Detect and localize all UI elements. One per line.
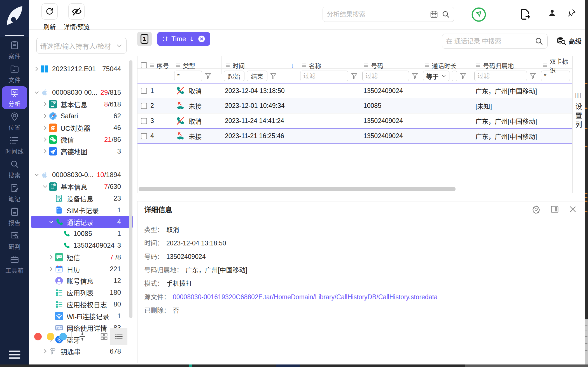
source-file-link[interactable]: 00008030-001619320C68802E.tar/HomeDomain… bbox=[173, 293, 438, 301]
grid-view-icon[interactable] bbox=[98, 330, 110, 343]
row-checkbox[interactable] bbox=[141, 118, 147, 124]
tree-item-应用列表[interactable]: 应用列表180 bbox=[31, 287, 133, 298]
row-checkbox[interactable] bbox=[141, 133, 147, 139]
chevron-down-icon[interactable] bbox=[33, 172, 40, 178]
column-header-双卡标识[interactable]: 双卡标识 bbox=[539, 56, 572, 74]
table-row-3[interactable]: 3取消2023-11-24 14:41:2413502409024广东，广州[中… bbox=[137, 113, 572, 129]
chevron-right-icon[interactable] bbox=[41, 136, 49, 143]
search-icon[interactable] bbox=[442, 10, 450, 18]
nav-item-analysis[interactable]: 分析 bbox=[0, 86, 29, 110]
tree-item-Wi-Fi连接记录[interactable]: Wi-Fi连接记录1 bbox=[31, 310, 133, 322]
chevron-down-icon[interactable] bbox=[33, 89, 40, 96]
tree-item-13502409024[interactable]: 135024090243 bbox=[31, 240, 133, 251]
detail-settings-icon[interactable] bbox=[532, 205, 541, 214]
chevron-right-icon[interactable] bbox=[41, 348, 49, 354]
table-row-2[interactable]: 2未接2023-12-01 10:49:3410085[未知] bbox=[137, 98, 572, 113]
tree-item-短信[interactable]: 短信7 /8 bbox=[31, 251, 133, 263]
table-search-icon[interactable] bbox=[535, 37, 543, 46]
advanced-search-button[interactable]: 高级 bbox=[557, 36, 582, 46]
preview-toggle-button[interactable] bbox=[68, 3, 85, 20]
tree-item-00008030-0...[interactable]: 00008030-0...10/1894 bbox=[31, 169, 133, 181]
collapse-all-icon[interactable] bbox=[76, 330, 88, 343]
user-account-icon[interactable] bbox=[548, 8, 557, 17]
detail-close-icon[interactable] bbox=[569, 205, 577, 213]
tree-item-20231212.E01[interactable]: 20231212.E0175044 bbox=[31, 63, 133, 75]
nav-item-toolbox[interactable]: 工具箱 bbox=[0, 252, 29, 276]
nav-item-search[interactable]: 搜索 bbox=[0, 157, 29, 181]
tree-item-钥匙串[interactable]: 钥匙串678 bbox=[31, 345, 133, 357]
remove-sort-icon[interactable] bbox=[198, 35, 206, 43]
table-search-input[interactable] bbox=[446, 38, 535, 45]
tree-item-通话记录[interactable]: 通话记录4 bbox=[31, 216, 133, 228]
tree-item-Safari[interactable]: Safari62 bbox=[31, 110, 133, 122]
chevron-right-icon[interactable] bbox=[48, 254, 55, 260]
chevron-right-icon[interactable] bbox=[41, 125, 49, 131]
column-header-类型[interactable]: 类型 bbox=[172, 56, 221, 74]
refresh-button[interactable] bbox=[41, 3, 58, 20]
column-header-号码[interactable]: 号码 bbox=[360, 56, 421, 74]
row-checkbox[interactable] bbox=[141, 88, 147, 94]
tree-item-基本信息[interactable]: 基本信息8/618 bbox=[31, 98, 133, 110]
tree-item-高德地图[interactable]: 高德地图3 bbox=[31, 145, 133, 157]
red-dot-filter[interactable] bbox=[34, 333, 42, 340]
select-all-checkbox[interactable] bbox=[141, 62, 147, 68]
calendar-icon[interactable] bbox=[430, 10, 438, 18]
column-header-号码归属地[interactable]: 号码归属地 bbox=[472, 56, 539, 74]
tree-item-00008030-00...[interactable]: 00008030-00...29/815 bbox=[31, 87, 133, 98]
nav-item-case[interactable]: 案件 bbox=[0, 38, 29, 62]
chevron-down-icon[interactable] bbox=[41, 183, 49, 190]
column-settings-strip[interactable]: |||| 设置列 bbox=[572, 56, 584, 193]
holder-select[interactable]: 请选择/输入持有人/检材 bbox=[36, 38, 127, 54]
chevron-right-icon[interactable] bbox=[41, 101, 49, 107]
table-row-1[interactable]: 1取消2023-12-04 13:18:5013502409024广东，广州[中… bbox=[137, 83, 572, 98]
blue-dot-filter[interactable] bbox=[59, 333, 67, 340]
sort-desc-indicator-icon[interactable]: ↓ bbox=[291, 61, 294, 69]
table-row-4[interactable]: 4未接2023-11-21 16:25:4613502409024广东，广州[中… bbox=[137, 129, 572, 144]
tree-item-应用授权日志[interactable]: 应用授权日志80 bbox=[31, 298, 133, 310]
row-checkbox[interactable] bbox=[141, 103, 147, 109]
pin-icon[interactable] bbox=[567, 8, 576, 17]
hamburger-menu-icon[interactable] bbox=[8, 350, 21, 360]
horizontal-scrollbar-thumb[interactable] bbox=[139, 187, 456, 191]
chevron-right-icon[interactable] bbox=[41, 113, 49, 119]
table-body: 1取消2023-12-04 13:18:5013502409024广东，广州[中… bbox=[137, 83, 572, 144]
chevron-down-icon[interactable] bbox=[48, 219, 55, 225]
chevron-right-icon[interactable] bbox=[41, 148, 49, 154]
nav-item-location[interactable]: 位置 bbox=[0, 110, 29, 133]
call-type-label: 取消 bbox=[189, 116, 202, 126]
result-set-badge[interactable]: 1 bbox=[137, 32, 152, 46]
nav-item-timeline[interactable]: 时间线 bbox=[0, 133, 29, 157]
export-icon[interactable] bbox=[519, 8, 531, 21]
column-drag-icon bbox=[302, 63, 307, 68]
chevron-right-icon[interactable] bbox=[48, 266, 55, 272]
tree-item-设备信息[interactable]: 设备信息23 bbox=[31, 192, 133, 204]
chevron-right-icon[interactable] bbox=[33, 66, 40, 72]
tree-item-UC浏览器[interactable]: UC浏览器46 bbox=[31, 122, 133, 134]
column-header-时间[interactable]: 时间↓ bbox=[221, 56, 298, 74]
send-feedback-icon[interactable] bbox=[471, 7, 487, 22]
tree-item-label: 00008030-0... bbox=[52, 171, 94, 179]
yellow-dot-filter[interactable] bbox=[47, 333, 54, 340]
detail-layout-icon[interactable] bbox=[550, 205, 559, 214]
tree-item-基本信息[interactable]: 基本信息7/630 bbox=[31, 181, 133, 192]
tree-scrollbar[interactable] bbox=[129, 60, 132, 318]
nav-item-file[interactable]: 文件 bbox=[0, 62, 29, 86]
sort-chip-time[interactable]: Time bbox=[157, 32, 210, 46]
tree-item-账号信息[interactable]: 账号信息12 bbox=[31, 275, 133, 287]
column-header-序号[interactable]: 序号 bbox=[137, 56, 172, 74]
column-header-通话时长[interactable]: 通话时长 bbox=[421, 56, 472, 74]
tree-item-label: 短信 bbox=[67, 252, 80, 262]
tree-item-SIM卡记录[interactable]: SIM卡记录1 bbox=[31, 204, 133, 216]
tree-item-10085[interactable]: 100851 bbox=[31, 228, 133, 240]
list-view-icon[interactable] bbox=[110, 328, 127, 345]
global-search-input[interactable] bbox=[327, 11, 426, 18]
tree-item-日历[interactable]: 12日历221 bbox=[31, 263, 133, 275]
nav-item-judge[interactable]: 研判 bbox=[0, 229, 29, 252]
wifi-icon bbox=[55, 312, 63, 320]
column-header-名称[interactable]: 名称 bbox=[298, 56, 360, 74]
nav-item-report[interactable]: 报告 bbox=[0, 205, 29, 229]
nav-item-note[interactable]: 笔记 bbox=[0, 181, 29, 205]
call-region: 广东，广州[中国移动] bbox=[472, 129, 539, 143]
tree-item-微信[interactable]: 微信21/86 bbox=[31, 134, 133, 145]
detail-field: 已删除：否 bbox=[144, 305, 577, 315]
